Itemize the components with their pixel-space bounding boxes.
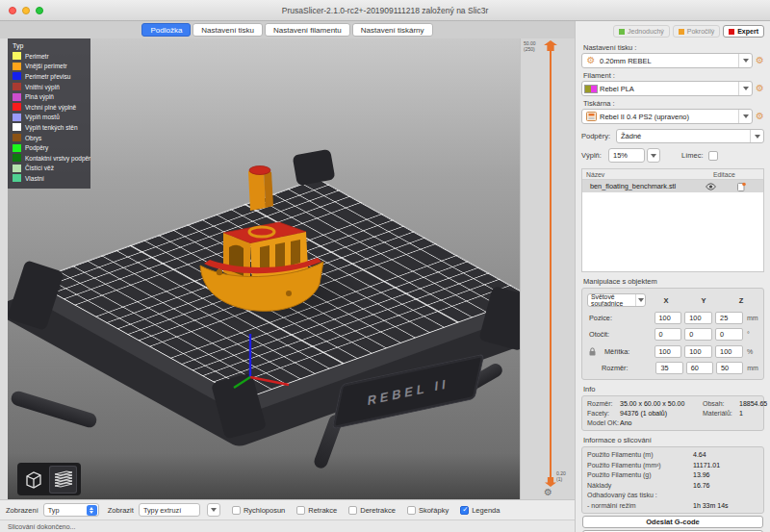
layer-slider[interactable]: 50.00(250) 0.20(1) ⚙ — [520, 38, 575, 499]
tab-filament-settings[interactable]: Nastavení filamentu — [265, 23, 350, 37]
filament-gear-icon[interactable]: ⚙ — [756, 84, 764, 93]
app-window: PrusaSlicer-2.1.0-rc2+-201909111218 zalo… — [0, 0, 770, 532]
3d-view-button[interactable] — [19, 466, 47, 494]
show-features-dropdown-button[interactable] — [207, 503, 220, 517]
size-z-field[interactable]: 50 — [716, 362, 743, 374]
unretractions-checkbox-label: Deretrakce — [360, 506, 396, 515]
slice-info-panel: Použito Filamentu (m) 4.64 Použito Filam… — [581, 446, 764, 514]
show-features-combo[interactable]: Typy extruzí — [139, 503, 200, 517]
travel-checkbox-label: Rychloposun — [244, 506, 285, 515]
simple-mode-icon — [619, 29, 625, 35]
tab-plater[interactable]: Podložka — [141, 23, 191, 37]
view-mode-toolbar — [17, 463, 81, 495]
rotate-x-field[interactable]: 0 — [654, 328, 682, 341]
tab-print-settings[interactable]: Nastavení tisku — [192, 23, 263, 37]
travel-checkbox-group: Rychloposun — [232, 506, 285, 515]
legend-item: Výplň mostů — [13, 113, 86, 123]
chevron-down-icon — [635, 294, 645, 306]
scale-x-field[interactable]: 100 — [654, 345, 682, 358]
printer-combo[interactable]: Rebel II 0.4 PS2 (upraveno) — [581, 109, 753, 124]
mode-simple-button[interactable]: Jednoduchý — [613, 25, 670, 38]
layer-slider-track[interactable] — [550, 48, 552, 479]
print-settings-gear-icon[interactable]: ⚙ — [756, 56, 764, 65]
legend-title: Typ — [13, 42, 86, 49]
rotate-y-field[interactable]: 0 — [684, 328, 712, 341]
layer-slider-max-label: 50.00(250) — [524, 41, 536, 52]
model-ok-value: Ano — [620, 419, 703, 426]
preview-toolbar: Zobrazení Typ Zobrazit Typy extruzí Rych… — [0, 499, 575, 519]
infill-dropdown-button[interactable] — [647, 148, 660, 163]
3d-viewport[interactable]: REBEL II — [8, 38, 520, 499]
retractions-checkbox[interactable] — [296, 506, 305, 515]
retractions-checkbox-label: Retrakce — [308, 506, 337, 515]
printer-gear-icon[interactable]: ⚙ — [756, 112, 764, 121]
legend-item: Plná výplň — [13, 91, 86, 102]
send-gcode-button[interactable]: Odeslat G-code — [582, 516, 763, 528]
chevron-down-icon[interactable] — [750, 130, 763, 142]
edit-object-icon[interactable] — [719, 182, 763, 191]
left-gutter — [0, 38, 8, 499]
legend-checkbox[interactable] — [460, 506, 469, 515]
right-sidebar: Jednoduchý Pokročilý Expert Nastavení ti… — [575, 21, 770, 532]
supports-label: Podpěry: — [581, 132, 616, 140]
size-x-field[interactable]: 35 — [655, 362, 682, 374]
model-volume-value: 18854.65 — [739, 400, 767, 407]
filament-combo[interactable]: Rebel PLA — [581, 81, 753, 96]
position-z-field[interactable]: 25 — [715, 312, 743, 324]
chevron-down-icon[interactable] — [738, 54, 752, 67]
legend-swatch — [13, 52, 21, 60]
shells-checkbox[interactable] — [407, 506, 416, 515]
legend-swatch — [13, 174, 21, 182]
object-list-header: Název Editace — [582, 169, 763, 180]
position-y-field[interactable]: 100 — [684, 312, 712, 324]
chevron-down-icon[interactable] — [738, 82, 752, 95]
select-stepper-icon — [87, 505, 97, 516]
tab-printer-settings[interactable]: Nastavení tiskárny — [352, 23, 433, 37]
size-y-field[interactable]: 60 — [686, 362, 713, 374]
visibility-eye-icon[interactable] — [702, 183, 719, 190]
cost-value: 16.76 — [693, 482, 758, 489]
legend-swatch — [13, 123, 21, 131]
travel-checkbox[interactable] — [232, 506, 241, 515]
model-materials-value: 1 — [739, 410, 767, 417]
slider-settings-gear-icon[interactable]: ⚙ — [544, 487, 552, 497]
filament-color-swatch — [582, 85, 600, 93]
legend-swatch — [13, 165, 21, 172]
filament-g-value: 13.96 — [693, 471, 758, 478]
print-settings-combo[interactable]: ⚙ 0.20mm REBEL — [581, 53, 753, 68]
supports-combo[interactable]: Žádné — [616, 129, 764, 143]
printer-rod-left — [10, 390, 98, 429]
edit-column-header: Editace — [713, 171, 763, 178]
benchy-model[interactable] — [192, 156, 339, 317]
retractions-checkbox-group: Retrakce — [296, 506, 337, 515]
rotate-z-field[interactable]: 0 — [715, 328, 743, 341]
infill-combo[interactable]: 15% — [608, 148, 645, 163]
view-type-select[interactable]: Typ — [43, 503, 99, 517]
brim-checkbox[interactable] — [708, 151, 718, 161]
scale-z-field[interactable]: 100 — [715, 345, 743, 358]
legend-item: Perimetr — [13, 51, 86, 62]
legend-item: Vnitřní výplň — [13, 82, 86, 92]
position-x-field[interactable]: 100 — [654, 312, 682, 324]
gear-icon: ⚙ — [582, 56, 600, 65]
coordinate-axes-icon — [227, 327, 299, 418]
object-row[interactable]: ben_floating_benchmark.stl — [582, 180, 763, 192]
coordinate-system-combo[interactable]: Světové souřadnice — [587, 293, 646, 307]
printer-icon — [582, 112, 600, 121]
lock-icon[interactable] — [589, 347, 596, 356]
scale-y-field[interactable]: 100 — [684, 345, 712, 358]
advanced-mode-icon — [679, 29, 684, 35]
titlebar: PrusaSlicer-2.1.0-rc2+-201909111218 zalo… — [0, 0, 770, 21]
preview-view-button[interactable] — [49, 466, 77, 494]
object-list: Název Editace ben_floating_benchmark.stl — [581, 168, 764, 272]
filament-label: Filament : — [583, 71, 764, 80]
cube-icon — [23, 469, 44, 490]
mode-advanced-button[interactable]: Pokročilý — [673, 25, 720, 38]
layer-slider-lower-handle[interactable] — [545, 477, 556, 487]
unretractions-checkbox[interactable] — [348, 506, 357, 515]
layer-slider-upper-handle[interactable] — [544, 40, 557, 51]
mode-expert-button[interactable]: Expert — [723, 25, 764, 38]
chevron-down-icon[interactable] — [738, 110, 752, 123]
object-list-empty-area[interactable] — [582, 192, 763, 271]
expert-mode-icon — [729, 29, 734, 35]
